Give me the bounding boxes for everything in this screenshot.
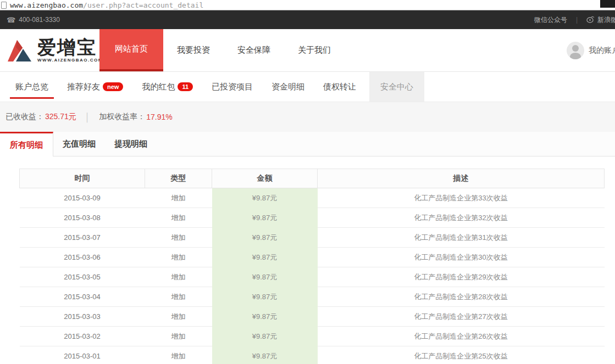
- logo-text: 爱增宝: [37, 38, 103, 57]
- user-subnav: 账户总览 推荐好友 new 我的红包 11 已投资项目 资金明细 债权转让 安全…: [0, 71, 615, 102]
- subnav-label: 债权转让: [323, 82, 356, 92]
- nav-item-invest[interactable]: 我要投资: [163, 29, 224, 71]
- table-row: 2015-03-01 增加 ¥9.87元 化工产品制造企业第25次收益: [20, 346, 605, 364]
- cell-type: 增加: [145, 228, 212, 248]
- cell-description: 化工产品制造企业第28次收益: [318, 287, 605, 307]
- weibo-icon: [586, 16, 595, 25]
- subnav-account-overview[interactable]: 账户总览: [10, 72, 54, 102]
- wechat-link[interactable]: 微信公众号: [534, 15, 567, 25]
- table-row: 2015-03-09 增加 ¥9.87元 化工产品制造企业第33次收益: [20, 188, 605, 208]
- details-content: 时间 类型 金额 描述 2015-03-09 增加 ¥9.87元 化工产品制造企…: [0, 156, 615, 364]
- cell-description: 化工产品制造企业第32次收益: [318, 208, 605, 228]
- table-row: 2015-03-06 增加 ¥9.87元 化工产品制造企业第30次收益: [20, 248, 605, 267]
- subnav-label: 安全中心: [380, 82, 413, 92]
- nav-item-security[interactable]: 安全保障: [224, 29, 284, 71]
- tab-deposit-details[interactable]: 充值明细: [53, 132, 105, 156]
- cell-amount: ¥9.87元: [212, 346, 318, 364]
- account-label: 我的账户: [589, 46, 615, 55]
- cell-amount: ¥9.87元: [212, 287, 318, 307]
- top-utility-bar: ☎ 400-081-3330 微信公众号 | 新浪微博: [0, 10, 615, 29]
- col-header-amount: 金额: [212, 169, 318, 188]
- cell-time: 2015-03-06: [20, 248, 145, 267]
- earnings-summary: 已收收益： 325.71元 │ 加权收益率： 17.91%: [0, 102, 615, 132]
- subnav-label: 账户总览: [15, 82, 48, 92]
- cell-type: 增加: [145, 208, 212, 228]
- col-header-description: 描述: [318, 169, 605, 188]
- cell-time: 2015-03-07: [20, 228, 145, 248]
- cell-description: 化工产品制造企业第27次收益: [318, 307, 605, 327]
- logo-subtext: WWW.AIZENGBAO.COM: [37, 58, 103, 63]
- subnav-label: 资金明细: [272, 82, 304, 92]
- cell-type: 增加: [145, 188, 212, 208]
- new-badge: new: [103, 82, 123, 91]
- count-badge: 11: [178, 82, 193, 91]
- cell-amount: ¥9.87元: [212, 208, 318, 228]
- browser-url-bar[interactable]: www.aizengbao.com/user.php?act=account_d…: [0, 0, 615, 10]
- url-host: www.aizengbao.com: [10, 1, 83, 9]
- cell-description: 化工产品制造企业第26次收益: [318, 327, 605, 346]
- cell-time: 2015-03-08: [20, 208, 145, 228]
- aizengbao-logo-icon: [7, 36, 33, 65]
- phone-number: 400-081-3330: [19, 16, 60, 24]
- cell-description: 化工产品制造企业第29次收益: [318, 267, 605, 287]
- nav-item-about[interactable]: 关于我们: [284, 29, 345, 71]
- cell-type: 增加: [145, 248, 212, 267]
- cell-type: 增加: [145, 267, 212, 287]
- transactions-table: 时间 类型 金额 描述 2015-03-09 增加 ¥9.87元 化工产品制造企…: [19, 169, 605, 364]
- cell-type: 增加: [145, 346, 212, 364]
- subnav-fund-details[interactable]: 资金明细: [266, 72, 310, 102]
- col-header-type: 类型: [145, 169, 212, 188]
- cell-time: 2015-03-05: [20, 267, 145, 287]
- table-header-row: 时间 类型 金额 描述: [20, 169, 605, 188]
- rate-label: 加权收益率：: [99, 112, 145, 122]
- user-avatar-icon: [567, 42, 584, 59]
- table-row: 2015-03-04 增加 ¥9.87元 化工产品制造企业第28次收益: [20, 287, 605, 307]
- phone-icon: ☎: [7, 16, 15, 24]
- site-logo[interactable]: 爱增宝 WWW.AIZENGBAO.COM: [0, 29, 99, 71]
- cell-amount: ¥9.87元: [212, 248, 318, 267]
- subnav-debt-transfer[interactable]: 债权转让: [318, 72, 362, 102]
- url-path: /user.php?act=account_detail: [83, 1, 203, 9]
- service-phone: ☎ 400-081-3330: [7, 16, 60, 24]
- subnav-security-center[interactable]: 安全中心: [369, 72, 424, 102]
- weibo-link[interactable]: 新浪微博: [597, 15, 615, 25]
- cell-amount: ¥9.87元: [212, 307, 318, 327]
- table-row: 2015-03-08 增加 ¥9.87元 化工产品制造企业第32次收益: [20, 208, 605, 228]
- rate-value: 17.91%: [146, 113, 172, 121]
- detail-tabs: 所有明细 充值明细 提现明细: [0, 132, 615, 156]
- table-row: 2015-03-05 增加 ¥9.87元 化工产品制造企业第29次收益: [20, 267, 605, 287]
- cell-description: 化工产品制造企业第33次收益: [318, 188, 605, 208]
- cell-type: 增加: [145, 307, 212, 327]
- account-menu[interactable]: 我的账户: [567, 29, 615, 71]
- cell-time: 2015-03-01: [20, 346, 145, 364]
- cell-description: 化工产品制造企业第31次收益: [318, 228, 605, 248]
- nav-item-home[interactable]: 网站首页: [99, 29, 163, 71]
- cell-time: 2015-03-02: [20, 327, 145, 346]
- cell-type: 增加: [145, 327, 212, 346]
- col-header-time: 时间: [20, 169, 145, 188]
- table-row: 2015-03-07 增加 ¥9.87元 化工产品制造企业第31次收益: [20, 228, 605, 248]
- subnav-label: 推荐好友: [67, 82, 100, 92]
- tab-withdraw-details[interactable]: 提现明细: [105, 132, 157, 156]
- subnav-red-packets[interactable]: 我的红包 11: [136, 72, 198, 102]
- cell-time: 2015-03-03: [20, 307, 145, 327]
- site-header: 爱增宝 WWW.AIZENGBAO.COM 网站首页 我要投资 安全保障 关于我…: [0, 29, 615, 71]
- page-doc-icon: [1, 2, 7, 9]
- stats-divider: │: [85, 113, 90, 122]
- cell-time: 2015-03-04: [20, 287, 145, 307]
- cell-amount: ¥9.87元: [212, 188, 318, 208]
- cell-amount: ¥9.87元: [212, 228, 318, 248]
- browser-chrome-corner: [600, 0, 615, 8]
- tabs-filler: [157, 132, 615, 156]
- cell-amount: ¥9.87元: [212, 267, 318, 287]
- cell-amount: ¥9.87元: [212, 327, 318, 346]
- subnav-label: 已投资项目: [212, 82, 253, 92]
- cell-time: 2015-03-09: [20, 188, 145, 208]
- cell-type: 增加: [145, 287, 212, 307]
- cell-description: 化工产品制造企业第30次收益: [318, 248, 605, 267]
- topbar-divider: |: [576, 16, 578, 24]
- subnav-invested-projects[interactable]: 已投资项目: [206, 72, 258, 102]
- tab-all-details[interactable]: 所有明细: [0, 132, 53, 156]
- main-nav: 网站首页 我要投资 安全保障 关于我们: [99, 29, 345, 71]
- subnav-invite-friends[interactable]: 推荐好友 new: [62, 72, 129, 102]
